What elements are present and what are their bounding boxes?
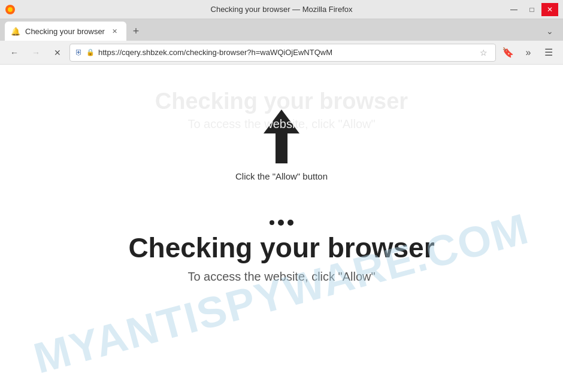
- window-title: Checking your browser — Mozilla Firefox: [211, 5, 353, 14]
- back-button[interactable]: ←: [5, 43, 24, 62]
- title-bar: Checking your browser — Mozilla Firefox …: [0, 0, 563, 19]
- watermark-text: MYANTISPYWARE.COM: [29, 203, 534, 383]
- tab-label: Checking your browser: [25, 27, 105, 36]
- bookmark-star-icon[interactable]: ☆: [476, 45, 491, 60]
- bookmarks-button[interactable]: 🔖: [498, 43, 517, 62]
- arrow-container: Click the "Allow" button: [235, 107, 328, 181]
- forward-button[interactable]: →: [26, 43, 46, 62]
- up-arrow-icon: [258, 107, 305, 166]
- loading-dot-3: [287, 220, 293, 226]
- loading-dots: [270, 220, 293, 226]
- lock-icon: 🔒: [86, 48, 95, 56]
- svg-marker-2: [264, 110, 299, 163]
- page-content: MYANTISPYWARE.COM Checking your browser …: [0, 65, 563, 392]
- tab-close-button[interactable]: ✕: [110, 26, 120, 37]
- reload-button[interactable]: ✕: [48, 43, 67, 62]
- tab-bar: 🔔 Checking your browser ✕ + ⌄: [0, 19, 563, 41]
- nav-bar: ← → ✕ ⛨ 🔒 https://cqery.shbzek.com/check…: [0, 41, 563, 65]
- url-display: https://cqery.shbzek.com/checking-browse…: [98, 48, 473, 57]
- loading-dot-2: [278, 220, 284, 226]
- sub-text: To access the website, click "Allow": [187, 270, 375, 284]
- close-button[interactable]: ✕: [541, 3, 558, 16]
- window-controls: — □ ✕: [506, 3, 558, 16]
- maximize-button[interactable]: □: [523, 3, 540, 16]
- nav-right-buttons: 🔖 » ☰: [498, 43, 558, 62]
- tab-favicon: 🔔: [11, 27, 20, 36]
- list-tabs-button[interactable]: ⌄: [541, 23, 558, 39]
- new-tab-button[interactable]: +: [128, 23, 144, 39]
- extensions-button[interactable]: »: [519, 43, 538, 62]
- title-bar-left: [5, 4, 16, 15]
- svg-point-1: [8, 7, 13, 12]
- active-tab[interactable]: 🔔 Checking your browser ✕: [5, 22, 126, 41]
- loading-dot-1: [270, 220, 274, 225]
- shield-icon: ⛨: [75, 48, 83, 57]
- minimize-button[interactable]: —: [506, 3, 522, 16]
- address-bar[interactable]: ⛨ 🔒 https://cqery.shbzek.com/checking-br…: [69, 44, 496, 62]
- menu-button[interactable]: ☰: [539, 43, 558, 62]
- allow-instruction-text: Click the "Allow" button: [235, 171, 328, 181]
- main-heading: Checking your browser: [128, 232, 434, 264]
- browser-icon: [5, 4, 16, 15]
- tab-bar-right: ⌄: [541, 22, 563, 41]
